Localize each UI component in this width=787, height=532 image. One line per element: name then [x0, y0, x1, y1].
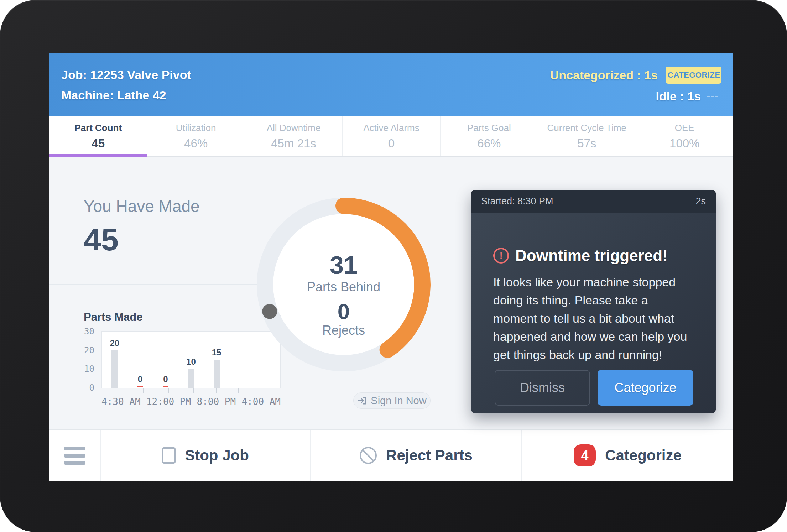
x-axis-cell	[141, 388, 146, 407]
bottom-action-bar: Stop Job Reject Parts 4 Categorize	[49, 429, 733, 481]
categorize-modal-button[interactable]: Categorize	[598, 370, 693, 406]
x-axis-tick-label: 8:00 PM	[197, 396, 236, 407]
main-content: You Have Made 45 Parts Made ? 0102030 20…	[49, 157, 733, 429]
sign-in-label: Sign In Now	[371, 395, 426, 407]
x-axis-tick	[238, 388, 239, 393]
job-title: Job: 12253 Valve Pivot	[61, 68, 191, 82]
chart-slot: 10	[178, 332, 204, 388]
bar	[111, 350, 118, 388]
tab-value: 46%	[184, 137, 208, 150]
x-axis-cell	[191, 388, 197, 407]
x-axis-cell: 4:30 AM	[101, 388, 141, 407]
rejects-label: Rejects	[257, 323, 431, 338]
parts-behind-label: Parts Behind	[257, 280, 431, 294]
tab-label: Parts Goal	[467, 122, 511, 134]
idle-dash-icon	[707, 96, 718, 97]
tab-value: 100%	[669, 137, 699, 150]
x-axis-tick-label: 4:30 AM	[101, 396, 141, 407]
categorize-bottom-label: Categorize	[605, 447, 682, 464]
chart-slot	[229, 332, 255, 388]
bar-value-label: 10	[186, 357, 196, 367]
x-axis-cell	[236, 388, 241, 407]
x-axis-tick	[261, 388, 261, 393]
tab-value: 57s	[577, 137, 596, 150]
bar-value-label: 0	[138, 374, 142, 384]
parts-behind-gauge: 31 Parts Behind 0 Rejects	[257, 198, 431, 371]
x-axis-cell: 8:00 PM	[197, 388, 236, 407]
chart-bars: 20001015	[102, 332, 280, 388]
tab-all-downtime[interactable]: All Downtime45m 21s	[245, 116, 343, 156]
x-axis-tick-label: 12:00 PM	[146, 396, 191, 407]
tab-label: Part Count	[74, 122, 122, 134]
rejects-value: 0	[257, 299, 431, 324]
x-axis-tick	[216, 388, 217, 393]
job-header: Job: 12253 Valve Pivot Machine: Lathe 42…	[49, 53, 733, 116]
downtime-modal-header: Started: 8:30 PM 2s	[471, 190, 716, 213]
parts-behind-value: 31	[257, 251, 431, 280]
tab-current-cycle-time[interactable]: Current Cycle Time57s	[538, 116, 636, 156]
sign-in-icon	[357, 396, 367, 406]
chart-slot: 15	[204, 332, 229, 388]
bar-value-label: 0	[163, 374, 168, 384]
x-axis-tick	[193, 388, 194, 393]
tab-utilization[interactable]: Utilization46%	[147, 116, 245, 156]
zero-marker	[137, 386, 143, 387]
status-info: Uncategorized : 1s CATEGORIZE Idle : 1s	[550, 53, 721, 116]
bar-value-label: 15	[212, 348, 221, 358]
reject-parts-label: Reject Parts	[386, 447, 473, 464]
chart-y-axis: 0102030	[74, 331, 98, 388]
stop-job-button[interactable]: Stop Job	[101, 430, 311, 481]
x-axis-tick-label: 4:00 AM	[241, 396, 281, 407]
categorize-header-button[interactable]: CATEGORIZE	[666, 67, 721, 84]
tab-oee[interactable]: OEE100%	[636, 116, 733, 156]
x-axis-cell: 4:00 AM	[241, 388, 281, 407]
bar	[188, 369, 194, 388]
tab-parts-goal[interactable]: Parts Goal66%	[441, 116, 538, 156]
job-info: Job: 12253 Valve Pivot Machine: Lathe 42	[61, 53, 191, 116]
downtime-started-time: Started: 8:30 PM	[481, 196, 553, 207]
menu-button[interactable]	[49, 430, 101, 481]
parts-made-heading: You Have Made	[84, 197, 200, 216]
y-axis-tick-label: 10	[84, 364, 94, 374]
parts-made-chart: 20001015	[101, 331, 281, 388]
y-axis-tick-label: 20	[84, 345, 94, 355]
tab-value: 45m 21s	[271, 137, 316, 150]
chart-slot: 20	[102, 332, 127, 388]
y-axis-tick-label: 30	[84, 327, 94, 337]
tab-value: 45	[92, 137, 105, 150]
app-screen: Job: 12253 Valve Pivot Machine: Lathe 42…	[49, 53, 733, 481]
dismiss-button[interactable]: Dismiss	[495, 370, 590, 406]
chart-title: Parts Made	[84, 311, 142, 324]
categorize-count-badge: 4	[574, 444, 596, 466]
bar	[214, 360, 220, 388]
tablet-device: Job: 12253 Valve Pivot Machine: Lathe 42…	[0, 0, 787, 532]
reject-parts-button[interactable]: Reject Parts	[311, 430, 522, 481]
tab-label: Active Alarms	[363, 122, 419, 134]
alert-circle-icon: !	[493, 248, 509, 264]
stop-icon	[162, 447, 176, 464]
downtime-modal-title: Downtime triggered!	[515, 247, 668, 265]
chart-slot: 0	[127, 332, 153, 388]
tab-value: 0	[388, 137, 395, 150]
tab-part-count[interactable]: Part Count45	[49, 116, 147, 156]
zero-marker	[163, 386, 168, 387]
tab-active-alarms[interactable]: Active Alarms0	[343, 116, 440, 156]
tab-value: 66%	[477, 137, 501, 150]
sign-in-button[interactable]: Sign In Now	[353, 392, 431, 409]
downtime-modal-body: ! Downtime triggered! It looks like your…	[471, 213, 716, 413]
tab-label: OEE	[675, 122, 694, 134]
tab-label: Utilization	[176, 122, 216, 134]
x-axis-cell: 12:00 PM	[146, 388, 191, 407]
tab-label: Current Cycle Time	[547, 122, 627, 134]
stop-job-label: Stop Job	[185, 447, 249, 464]
hamburger-icon	[64, 447, 85, 465]
tab-label: All Downtime	[267, 122, 321, 134]
idle-status: Idle : 1s	[656, 89, 701, 103]
x-axis-tick	[168, 388, 169, 393]
categorize-bottom-button[interactable]: 4 Categorize	[522, 430, 733, 481]
downtime-modal: Started: 8:30 PM 2s ! Downtime triggered…	[471, 190, 716, 413]
bar-value-label: 20	[110, 338, 119, 348]
chart-slot: 0	[153, 332, 178, 388]
x-axis-tick	[121, 388, 121, 393]
no-entry-icon	[360, 447, 377, 464]
